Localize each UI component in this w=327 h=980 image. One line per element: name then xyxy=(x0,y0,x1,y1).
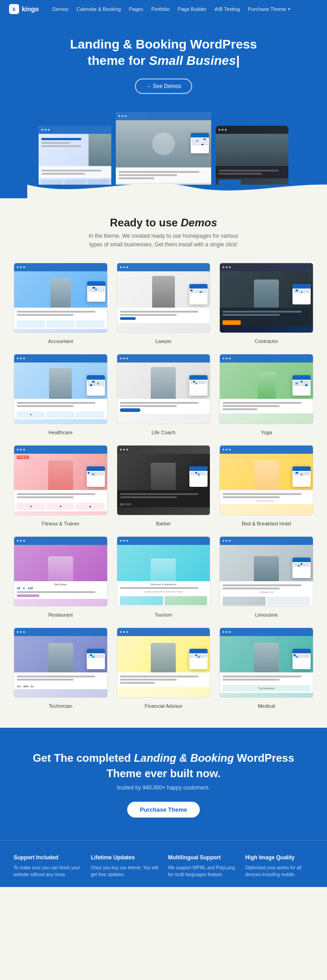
technician-calendar xyxy=(87,649,105,669)
demo-label-bnb: Bed & Breakfast Hotel xyxy=(242,521,291,526)
limousine-calendar xyxy=(292,558,311,578)
demo-healthcare[interactable]: ♥ Healthcare xyxy=(14,354,108,436)
demo-tourism[interactable]: Discover & adventure inspiring destinati… xyxy=(117,536,211,618)
demo-label-technician: Technician xyxy=(49,703,72,709)
nav-pagebuilder[interactable]: Page Builder xyxy=(178,6,207,12)
cta-title: Get The completed Landing & Booking Word… xyxy=(27,750,300,781)
demo-thumb-lifecoach xyxy=(117,354,211,424)
nav-pages[interactable]: Pages xyxy=(129,6,143,12)
footer-text-multilingual: We support WPML and PolyLang for multi l… xyxy=(168,864,236,878)
demo-thumb-contractor xyxy=(219,263,313,333)
yoga-calendar xyxy=(292,375,311,396)
demo-label-financial: Financial Advisor xyxy=(144,703,182,709)
footer-text-updates: Once you buy our theme. You will get fre… xyxy=(91,864,159,878)
demo-thumb-financial xyxy=(117,627,211,698)
demo-label-limousine: Limousine xyxy=(255,612,278,617)
nav-abtesting[interactable]: A/B Testing xyxy=(215,6,240,12)
hero-section: Landing & Booking WordPress theme for Sm… xyxy=(0,18,327,198)
nav-calendar[interactable]: Calendar & Booking xyxy=(76,6,121,12)
demo-label-medical: Medical xyxy=(258,703,275,709)
demo-thumb-tourism: Discover & adventure inspiring destinati… xyxy=(117,536,211,607)
bnb-calendar xyxy=(292,466,311,487)
demos-subtitle: In the theme. We created ready to use ho… xyxy=(86,232,241,249)
footer-col-multilingual: Multilingual Support We support WPML and… xyxy=(168,854,236,878)
hero-wave xyxy=(27,176,300,198)
demo-grid: Accountant xyxy=(14,263,313,710)
demo-bnb[interactable]: "Testimonial Sales..." Bed & Breakfast H… xyxy=(219,445,313,527)
demo-barber[interactable]: $80,000 Barber xyxy=(117,445,211,527)
demo-lawyer[interactable]: Lawyer xyxy=(117,263,211,345)
demo-label-tourism: Tourism xyxy=(155,612,173,617)
nav-portfolio[interactable]: Portfolio xyxy=(151,6,169,12)
demo-contractor[interactable]: Contractor xyxy=(219,263,313,345)
demo-life-coach[interactable]: Life Coach xyxy=(117,354,211,436)
demo-thumb-technician: 10+ 99% 5x xyxy=(14,627,108,698)
purchase-theme-button[interactable]: Purchase Theme xyxy=(127,802,200,818)
demo-financial[interactable]: Financial Advisor xyxy=(117,627,211,710)
demo-medical[interactable]: The Department Medical xyxy=(219,627,313,710)
demo-restaurant[interactable]: Our Story 26 8 140 Restaurant xyxy=(14,536,108,618)
demo-thumb-barber: $80,000 xyxy=(117,445,211,515)
lawyer-calendar xyxy=(189,284,208,304)
demo-label-contractor: Contractor xyxy=(255,338,278,344)
nav-demos[interactable]: Demos xyxy=(52,6,68,12)
demo-accountant[interactable]: Accountant xyxy=(14,263,108,345)
demo-fitness[interactable]: FITNESS ♦ ● ▲ xyxy=(14,445,108,527)
see-demos-button[interactable]: → See Demos xyxy=(135,78,192,94)
footer-heading-multilingual: Multilingual Support xyxy=(168,854,236,861)
healthcare-calendar xyxy=(87,375,105,396)
logo-icon: k xyxy=(9,4,19,14)
footer-heading-support: Support Included xyxy=(14,854,82,861)
footer: Support Included To make sure you can fi… xyxy=(0,840,327,887)
calendar-widget xyxy=(191,133,209,153)
cta-subtitle: trusted by 940,000+ happy customers. xyxy=(27,784,300,791)
demo-label-healthcare: Healthcare xyxy=(49,430,73,435)
hero-title: Landing & Booking WordPress theme for Sm… xyxy=(27,36,300,69)
demo-label-accountant: Accountant xyxy=(48,338,73,344)
navbar: k kingo Demos Calendar & Booking Pages P… xyxy=(0,0,327,18)
fitness-calendar xyxy=(87,466,105,487)
footer-heading-quality: High Image Quality xyxy=(245,854,313,861)
mockup-center xyxy=(116,112,211,185)
demo-thumb-limousine: Choose Us! xyxy=(219,536,313,607)
medical-calendar xyxy=(292,649,311,669)
chevron-down-icon: ▼ xyxy=(287,7,291,11)
demo-yoga[interactable]: Yoga xyxy=(219,354,313,436)
demo-thumb-healthcare: ♥ xyxy=(14,354,108,424)
demo-thumb-bnb: "Testimonial Sales..." xyxy=(219,445,313,515)
demo-thumb-accountant xyxy=(14,263,108,333)
demo-label-lifecoach: Life Coach xyxy=(152,430,176,435)
nav-links: Demos Calendar & Booking Pages Portfolio… xyxy=(52,6,291,12)
contractor-calendar xyxy=(292,284,311,304)
footer-text-support: To make sure you can finish your website… xyxy=(14,864,82,878)
demo-label-lawyer: Lawyer xyxy=(155,338,171,344)
footer-text-quality: Optimised your works for all devices inc… xyxy=(245,864,313,878)
demo-thumb-fitness: FITNESS ♦ ● ▲ xyxy=(14,445,108,515)
nav-purchase[interactable]: Purchase Theme ▼ xyxy=(248,6,291,12)
footer-col-support: Support Included To make sure you can fi… xyxy=(14,854,82,878)
demo-label-fitness: Fitness & Trainer xyxy=(42,521,79,526)
footer-col-quality: High Image Quality Optimised your works … xyxy=(245,854,313,878)
demo-label-yoga: Yoga xyxy=(261,430,272,435)
demo-limousine[interactable]: Choose Us! Limousine xyxy=(219,536,313,618)
demo-thumb-restaurant: Our Story 26 8 140 xyxy=(14,536,108,607)
barber-calendar xyxy=(189,466,208,487)
demo-thumb-yoga xyxy=(219,354,313,424)
demo-thumb-medical: The Department xyxy=(219,627,313,698)
demos-title: Ready to use Demos xyxy=(14,216,313,229)
hero-mockups xyxy=(27,112,300,185)
demo-label-restaurant: Restaurant xyxy=(48,612,73,617)
footer-heading-updates: Lifetime Updates xyxy=(91,854,159,861)
logo[interactable]: k kingo xyxy=(9,4,39,14)
footer-col-updates: Lifetime Updates Once you buy our theme.… xyxy=(91,854,159,878)
cta-section: Get The completed Landing & Booking Word… xyxy=(0,728,327,840)
demo-technician[interactable]: 10+ 99% 5x Technician xyxy=(14,627,108,710)
demo-thumb-lawyer xyxy=(117,263,211,333)
lifeCoach-calendar xyxy=(189,375,208,396)
demos-section: Ready to use Demos In the theme. We crea… xyxy=(0,198,327,728)
accountant-calendar xyxy=(87,281,105,302)
financial-calendar xyxy=(189,649,208,669)
demo-label-barber: Barber xyxy=(156,521,171,526)
